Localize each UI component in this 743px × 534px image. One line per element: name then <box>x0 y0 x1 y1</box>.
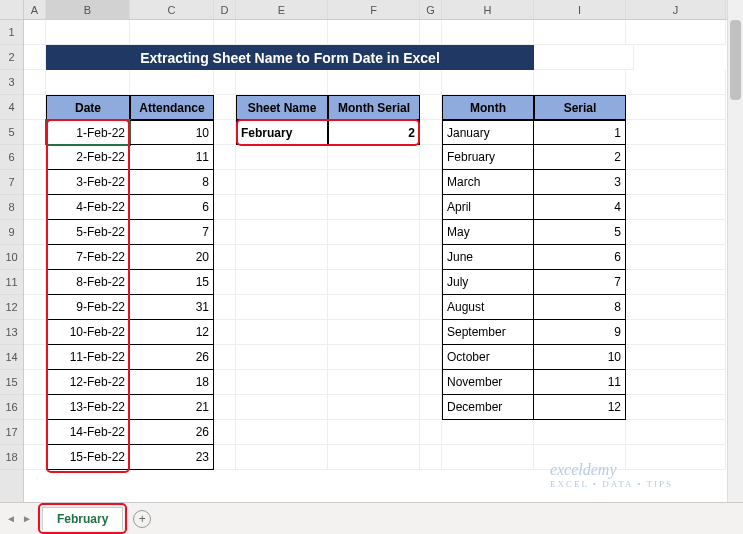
cell[interactable] <box>24 295 46 320</box>
cell[interactable] <box>24 95 46 120</box>
select-all-corner[interactable] <box>0 0 23 20</box>
serial-cell[interactable]: 10 <box>534 345 626 370</box>
cell[interactable] <box>328 245 420 270</box>
date-cell[interactable]: 1-Feb-22 <box>46 120 130 145</box>
attendance-cell[interactable]: 31 <box>130 295 214 320</box>
month-cell[interactable]: March <box>442 170 534 195</box>
cell[interactable] <box>236 345 328 370</box>
attendance-cell[interactable]: 26 <box>130 345 214 370</box>
cell[interactable] <box>46 70 130 95</box>
cell[interactable] <box>328 395 420 420</box>
cell[interactable] <box>24 245 46 270</box>
cell[interactable] <box>420 370 442 395</box>
cell[interactable] <box>626 145 726 170</box>
cell[interactable] <box>214 245 236 270</box>
row-header[interactable]: 18 <box>0 445 23 470</box>
cell[interactable] <box>236 20 328 45</box>
cell[interactable] <box>24 395 46 420</box>
cell[interactable] <box>24 320 46 345</box>
attendance-cell[interactable]: 7 <box>130 220 214 245</box>
cell[interactable] <box>328 220 420 245</box>
cell[interactable] <box>214 395 236 420</box>
cell[interactable] <box>214 270 236 295</box>
row-header[interactable]: 13 <box>0 320 23 345</box>
cell[interactable] <box>420 445 442 470</box>
serial-cell[interactable]: 12 <box>534 395 626 420</box>
cell[interactable] <box>328 445 420 470</box>
cell[interactable] <box>626 320 726 345</box>
cell[interactable] <box>626 170 726 195</box>
cell[interactable] <box>420 20 442 45</box>
serial-cell[interactable]: 3 <box>534 170 626 195</box>
attendance-cell[interactable]: 6 <box>130 195 214 220</box>
cell[interactable] <box>328 170 420 195</box>
sheet-tab-active[interactable]: February <box>42 507 123 530</box>
month-cell[interactable]: December <box>442 395 534 420</box>
col-header[interactable]: C <box>130 0 214 19</box>
cell[interactable] <box>328 20 420 45</box>
cell[interactable] <box>328 145 420 170</box>
cell[interactable] <box>236 420 328 445</box>
vertical-scrollbar[interactable] <box>727 0 743 502</box>
sheetname-value[interactable]: February <box>236 120 328 145</box>
date-cell[interactable]: 7-Feb-22 <box>46 245 130 270</box>
cell[interactable] <box>214 370 236 395</box>
cell[interactable] <box>442 70 534 95</box>
row-header[interactable]: 4 <box>0 95 23 120</box>
cell[interactable] <box>24 20 46 45</box>
cell[interactable] <box>420 95 442 120</box>
cell[interactable] <box>24 420 46 445</box>
attendance-cell[interactable]: 23 <box>130 445 214 470</box>
serial-cell[interactable]: 4 <box>534 195 626 220</box>
month-cell[interactable]: November <box>442 370 534 395</box>
cell[interactable] <box>420 220 442 245</box>
cell[interactable] <box>236 295 328 320</box>
col-header[interactable]: I <box>534 0 626 19</box>
cell[interactable] <box>420 70 442 95</box>
cell[interactable] <box>442 420 534 445</box>
row-header[interactable]: 3 <box>0 70 23 95</box>
cell[interactable] <box>46 20 130 45</box>
cell[interactable] <box>24 370 46 395</box>
date-cell[interactable]: 15-Feb-22 <box>46 445 130 470</box>
cell[interactable] <box>420 270 442 295</box>
row-header[interactable]: 14 <box>0 345 23 370</box>
col-header[interactable]: D <box>214 0 236 19</box>
row-header[interactable]: 8 <box>0 195 23 220</box>
date-cell[interactable]: 3-Feb-22 <box>46 170 130 195</box>
cell[interactable] <box>24 145 46 170</box>
cell[interactable] <box>328 345 420 370</box>
cell[interactable] <box>236 170 328 195</box>
col-header[interactable]: A <box>24 0 46 19</box>
serial-cell[interactable]: 5 <box>534 220 626 245</box>
cell[interactable] <box>214 445 236 470</box>
cell[interactable] <box>236 320 328 345</box>
row-header[interactable]: 5 <box>0 120 23 145</box>
cell[interactable] <box>328 295 420 320</box>
cell[interactable] <box>214 170 236 195</box>
serial-cell[interactable]: 9 <box>534 320 626 345</box>
cell[interactable] <box>214 70 236 95</box>
row-header[interactable]: 2 <box>0 45 23 70</box>
date-cell[interactable]: 8-Feb-22 <box>46 270 130 295</box>
title-banner[interactable]: Extracting Sheet Name to Form Date in Ex… <box>46 45 534 70</box>
cell[interactable] <box>328 270 420 295</box>
col-header[interactable]: B <box>46 0 130 19</box>
date-cell[interactable]: 11-Feb-22 <box>46 345 130 370</box>
cell[interactable] <box>24 170 46 195</box>
month-cell[interactable]: August <box>442 295 534 320</box>
cell[interactable] <box>214 120 236 145</box>
row-header[interactable]: 16 <box>0 395 23 420</box>
cell[interactable] <box>236 220 328 245</box>
serial-cell[interactable]: 7 <box>534 270 626 295</box>
attendance-cell[interactable]: 26 <box>130 420 214 445</box>
cell[interactable] <box>626 20 726 45</box>
cell[interactable] <box>236 445 328 470</box>
attendance-cell[interactable]: 21 <box>130 395 214 420</box>
cell[interactable] <box>420 245 442 270</box>
cell[interactable] <box>420 345 442 370</box>
row-header[interactable]: 9 <box>0 220 23 245</box>
cell[interactable] <box>626 70 726 95</box>
date-cell[interactable]: 14-Feb-22 <box>46 420 130 445</box>
cell[interactable] <box>328 370 420 395</box>
